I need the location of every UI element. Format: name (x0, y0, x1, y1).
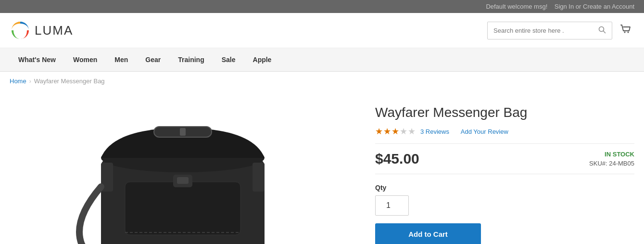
star-3: ★ (391, 126, 399, 137)
or-text: or (576, 3, 581, 10)
star-rating: ★ ★ ★ ★ ★ (375, 126, 416, 137)
pipe-separator (454, 128, 456, 135)
add-to-cart-button[interactable]: Add to Cart (375, 223, 481, 244)
top-bar: Default welcome msg! Sign In or Create a… (0, 0, 644, 13)
nav-item-sale: Sale (213, 48, 244, 71)
nav-item-whats-new: What's New (10, 48, 64, 71)
product-image-area (10, 100, 356, 244)
star-4: ★ (400, 126, 407, 137)
rating-row: ★ ★ ★ ★ ★ 3 Reviews Add Your Review (375, 126, 634, 137)
svg-point-4 (628, 32, 629, 33)
nav-link-men[interactable]: Men (106, 48, 137, 71)
svg-point-3 (624, 32, 626, 33)
breadcrumb-current: Wayfarer Messenger Bag (34, 77, 105, 85)
svg-rect-11 (125, 182, 240, 235)
header: LUMA (0, 13, 644, 48)
nav-link-training[interactable]: Training (169, 48, 213, 71)
svg-rect-13 (177, 177, 189, 184)
nav-link-women[interactable]: Women (64, 48, 106, 71)
product-image (63, 100, 303, 244)
qty-label: Qty (375, 184, 634, 192)
sku-label: SKU#: (589, 160, 607, 167)
star-1: ★ (375, 126, 383, 137)
nav-item-apple: Apple (244, 48, 280, 71)
product-title: Wayfarer Messenger Bag (375, 105, 634, 120)
nav-link-gear[interactable]: Gear (137, 48, 169, 71)
reviews-link[interactable]: 3 Reviews (420, 128, 449, 135)
product-page: Wayfarer Messenger Bag ★ ★ ★ ★ ★ 3 Revie… (0, 90, 644, 244)
product-price: $45.00 (375, 151, 419, 167)
breadcrumb-home[interactable]: Home (10, 77, 26, 85)
search-input[interactable] (488, 23, 593, 38)
stock-status: IN STOCK (589, 151, 634, 158)
star-5: ★ (408, 126, 416, 137)
breadcrumb-separator: › (29, 78, 31, 85)
breadcrumb: Home › Wayfarer Messenger Bag (0, 72, 644, 90)
nav-item-men: Men (106, 48, 137, 71)
cart-icon (619, 22, 632, 36)
search-bar (487, 22, 612, 39)
nav-list: What's New Women Men Gear Training Sale … (10, 48, 634, 71)
sku-value: 24-MB05 (609, 160, 634, 167)
nav-link-whats-new[interactable]: What's New (10, 48, 64, 71)
logo[interactable]: LUMA (10, 20, 73, 41)
welcome-message: Default welcome msg! (486, 3, 547, 10)
search-icon (598, 26, 606, 34)
svg-rect-8 (180, 128, 186, 136)
stock-sku: IN STOCK SKU#: 24-MB05 (589, 151, 634, 167)
product-details: Wayfarer Messenger Bag ★ ★ ★ ★ ★ 3 Revie… (375, 100, 634, 244)
search-button[interactable] (593, 22, 611, 39)
signin-link[interactable]: Sign In (555, 3, 574, 10)
svg-rect-10 (253, 163, 265, 192)
nav-item-training: Training (169, 48, 213, 71)
svg-line-2 (604, 31, 606, 33)
main-nav: What's New Women Men Gear Training Sale … (0, 48, 644, 72)
nav-item-women: Women (64, 48, 106, 71)
nav-link-sale[interactable]: Sale (213, 48, 244, 71)
logo-text: LUMA (35, 23, 73, 38)
add-review-link[interactable]: Add Your Review (461, 128, 508, 135)
luma-logo-icon (10, 20, 31, 41)
sku-row: SKU#: 24-MB05 (589, 160, 634, 167)
nav-item-gear: Gear (137, 48, 169, 71)
price-stock-row: $45.00 IN STOCK SKU#: 24-MB05 (375, 143, 634, 174)
header-right (487, 20, 634, 40)
qty-input[interactable] (375, 195, 409, 216)
star-2: ★ (383, 126, 391, 137)
nav-link-apple[interactable]: Apple (244, 48, 280, 71)
create-account-link[interactable]: Create an Account (583, 3, 634, 10)
cart-button[interactable] (617, 20, 634, 40)
